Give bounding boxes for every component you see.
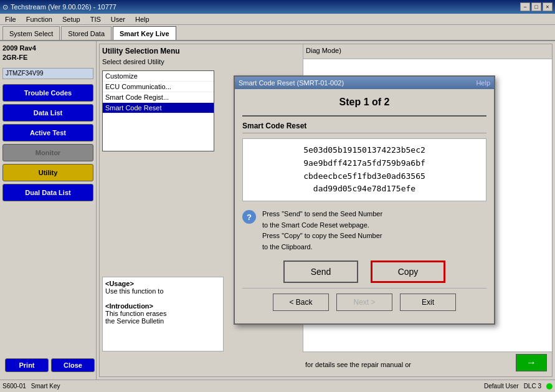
- next-arrow-icon: →: [526, 357, 536, 368]
- close-button-sidebar[interactable]: Close: [51, 358, 95, 372]
- sidebar: 2009 Rav4 2GR-FE JTMZF34V99 Trouble Code…: [0, 41, 97, 380]
- info-area: <Usage> Use this function to <Introducti…: [102, 277, 224, 351]
- minimize-button[interactable]: −: [520, 2, 530, 11]
- next-button[interactable]: Next >: [336, 294, 392, 311]
- trouble-codes-button[interactable]: Trouble Codes: [2, 84, 93, 102]
- status-code: S600-01: [2, 383, 26, 390]
- maximize-button[interactable]: □: [531, 2, 541, 11]
- utility-item-ecu[interactable]: ECU Communicatio...: [103, 82, 214, 92]
- step-header: Step 1 of 2: [242, 97, 486, 108]
- menu-file[interactable]: File: [2, 15, 19, 24]
- active-test-button[interactable]: Active Test: [2, 124, 93, 141]
- status-bar: S600-01 Smart Key Default User DLC 3: [0, 380, 555, 392]
- seed-number: 5e03d05b191501374223b5ec2 9ae9bdff4217a5…: [242, 138, 486, 201]
- copy-button[interactable]: Copy: [371, 261, 445, 283]
- intro-text2: the Service Bulletin: [105, 317, 221, 325]
- next-arrow-button[interactable]: →: [516, 354, 547, 371]
- utility-item-smart-reset[interactable]: Smart Code Reset: [103, 103, 214, 113]
- status-dlc: DLC 3: [524, 383, 541, 390]
- tab-bar: System Select Stored Data Smart Key Live: [0, 25, 555, 41]
- vehicle-model: 2009 Rav4: [2, 44, 93, 53]
- menu-function[interactable]: Function: [24, 15, 55, 24]
- vehicle-engine: 2GR-FE: [2, 53, 93, 62]
- modal-dialog: Smart Code Reset (SMRT-01-002) Help Step…: [234, 75, 495, 325]
- info-row: ? Press "Send" to send the Seed Number t…: [242, 209, 486, 252]
- usage-title: <Usage>: [105, 280, 221, 287]
- smart-code-section: Smart Code Reset 5e03d05b191501374223b5e…: [242, 115, 486, 283]
- usage-text: Use this function to: [105, 287, 221, 295]
- menu-tis[interactable]: TIS: [88, 15, 103, 24]
- menu-setup[interactable]: Setup: [60, 15, 83, 24]
- tab-system-select[interactable]: System Select: [2, 26, 60, 40]
- app-icon: ⊙: [2, 3, 8, 11]
- back-button[interactable]: < Back: [273, 294, 329, 311]
- vehicle-id: JTMZF34V99: [2, 68, 93, 79]
- utility-item-customize[interactable]: Customize: [103, 71, 214, 82]
- tab-smart-key-live[interactable]: Smart Key Live: [113, 26, 176, 40]
- title-bar: ⊙ Techstream (Ver 9.00.026) - 10777 − □ …: [0, 0, 555, 14]
- right-panel-header: Diag Mode): [303, 44, 552, 59]
- monitor-button[interactable]: Monitor: [2, 144, 93, 161]
- print-button[interactable]: Print: [5, 358, 49, 372]
- vehicle-info: 2009 Rav4 2GR-FE: [2, 44, 93, 63]
- intro-title: <Introduction>: [105, 302, 221, 310]
- smart-code-label: Smart Code Reset: [242, 122, 486, 133]
- intro-text3: for details see the repair manual or: [305, 361, 411, 368]
- bottom-right-bar: for details see the repair manual or: [303, 351, 552, 376]
- modal-help-button[interactable]: Help: [476, 79, 490, 87]
- content-area: Utility Selection Menu Select desired Ut…: [97, 41, 555, 380]
- close-button[interactable]: ×: [543, 2, 553, 11]
- app-title: Techstream (Ver 9.00.026) - 10777: [11, 3, 116, 11]
- utility-list: Customize ECU Communicatio... Smart Code…: [102, 70, 214, 151]
- send-button[interactable]: Send: [283, 261, 358, 283]
- status-user: Default User: [484, 383, 519, 390]
- dual-data-list-button[interactable]: Dual Data List: [2, 184, 93, 201]
- info-text: Press "Send" to send the Seed Number to …: [262, 209, 382, 252]
- menu-bar: File Function Setup TIS User Help: [0, 14, 555, 25]
- utility-item-smart-reg[interactable]: Smart Code Regist...: [103, 92, 214, 103]
- modal-title-bar: Smart Code Reset (SMRT-01-002) Help: [235, 77, 494, 89]
- menu-help[interactable]: Help: [133, 15, 152, 24]
- nav-buttons: < Back Next > Exit: [242, 288, 486, 316]
- menu-user[interactable]: User: [108, 15, 128, 24]
- modal-title: Smart Code Reset (SMRT-01-002): [239, 79, 344, 87]
- action-buttons: Send Copy: [242, 261, 486, 283]
- tab-stored-data[interactable]: Stored Data: [61, 26, 111, 40]
- data-list-button[interactable]: Data List: [2, 104, 93, 122]
- modal-body: Step 1 of 2 Smart Code Reset 5e03d05b191…: [235, 89, 494, 323]
- exit-button[interactable]: Exit: [400, 294, 456, 311]
- dlc-indicator: [546, 383, 553, 390]
- utility-button[interactable]: Utility: [2, 164, 93, 181]
- question-icon: ?: [242, 210, 256, 224]
- intro-text: This function erases: [105, 310, 221, 317]
- status-system: Smart Key: [31, 383, 60, 390]
